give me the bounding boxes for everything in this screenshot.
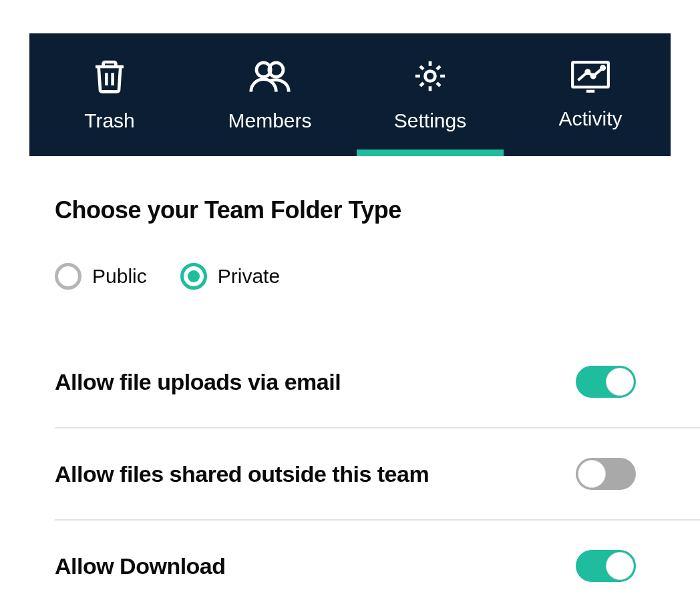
tab-settings[interactable]: Settings xyxy=(357,33,504,156)
activity-icon xyxy=(570,59,611,95)
radio-private[interactable]: Private xyxy=(180,263,280,290)
radio-label: Private xyxy=(218,265,280,288)
settings-list: Allow file uploads via email Allow files… xyxy=(55,336,700,606)
radio-circle-icon xyxy=(180,263,207,290)
toggle-share-outside[interactable] xyxy=(576,458,636,490)
tab-activity[interactable]: Activity xyxy=(517,33,664,156)
setting-label: Allow file uploads via email xyxy=(55,369,341,395)
toggle-knob-icon xyxy=(606,552,634,580)
trash-icon xyxy=(91,57,128,97)
active-tab-underline xyxy=(357,149,504,156)
gear-icon xyxy=(411,57,449,97)
radio-public[interactable]: Public xyxy=(55,263,147,290)
toggle-download[interactable] xyxy=(576,550,636,582)
radio-dot-icon xyxy=(188,270,200,282)
tab-trash[interactable]: Trash xyxy=(36,33,183,156)
setting-row-share-outside: Allow files shared outside this team xyxy=(55,428,700,521)
tab-label: Activity xyxy=(558,107,622,130)
svg-point-9 xyxy=(601,66,604,69)
members-icon xyxy=(248,57,292,97)
svg-point-7 xyxy=(586,70,589,73)
tab-label: Settings xyxy=(394,109,466,132)
toggle-knob-icon xyxy=(578,460,606,488)
svg-point-8 xyxy=(592,75,595,78)
folder-type-radio-group: Public Private xyxy=(55,263,700,290)
radio-circle-icon xyxy=(55,263,81,290)
folder-type-title: Choose your Team Folder Type xyxy=(55,196,700,224)
setting-label: Allow files shared outside this team xyxy=(55,461,429,487)
setting-label: Allow Download xyxy=(55,553,226,579)
setting-row-download: Allow Download xyxy=(55,521,700,606)
tab-members[interactable]: Members xyxy=(196,33,343,156)
toggle-knob-icon xyxy=(606,368,634,396)
radio-label: Public xyxy=(92,265,147,288)
tab-label: Members xyxy=(228,109,311,132)
tab-label: Trash xyxy=(84,109,135,132)
settings-content: Choose your Team Folder Type Public Priv… xyxy=(0,156,700,606)
tab-bar: Trash Members Settings xyxy=(29,33,671,156)
setting-row-email-upload: Allow file uploads via email xyxy=(55,336,700,428)
toggle-email-upload[interactable] xyxy=(576,366,636,398)
svg-point-4 xyxy=(425,71,435,81)
